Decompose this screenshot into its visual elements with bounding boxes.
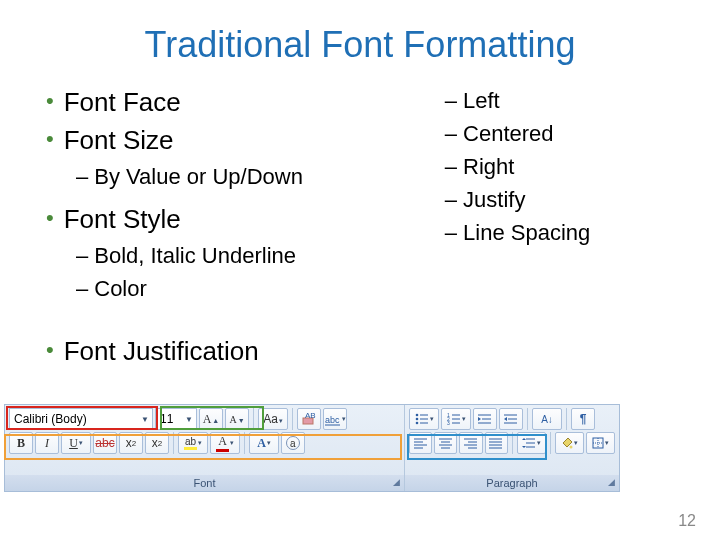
border-icon: [592, 437, 604, 449]
decrease-indent-button[interactable]: [473, 408, 497, 430]
grow-font-button[interactable]: A▲: [199, 408, 223, 430]
chevron-down-icon: ▼: [141, 415, 149, 424]
subbullet-text: Centered: [463, 119, 554, 149]
shrink-font-button[interactable]: A▼: [225, 408, 249, 430]
bullet-font-style: • Font Style: [40, 203, 399, 235]
dash-icon: –: [76, 241, 88, 271]
svg-text:abc: abc: [325, 415, 340, 425]
dash-icon: –: [445, 119, 457, 149]
underline-button[interactable]: U▾: [61, 432, 91, 454]
bullets-button[interactable]: ▾: [409, 408, 439, 430]
bullet-dot-icon: •: [46, 86, 54, 116]
svg-marker-46: [522, 446, 526, 448]
borders-button[interactable]: ▾: [586, 432, 615, 454]
circle-a-icon: a: [285, 435, 301, 451]
italic-button[interactable]: I: [35, 432, 59, 454]
subbullet-line-spacing: – Line Spacing: [445, 218, 690, 248]
svg-point-8: [415, 418, 418, 421]
justify-icon: [489, 437, 503, 449]
svg-text:AB: AB: [305, 412, 316, 420]
ribbon-image: Calibri (Body) ▼ 11 ▼ A▲ A▼ Aa▾ AB: [0, 404, 720, 492]
subbullet-left: – Left: [445, 86, 690, 116]
eraser-icon: AB: [301, 412, 317, 426]
subbullet-size: – By Value or Up/Down: [76, 162, 399, 192]
align-left-button[interactable]: [409, 432, 432, 454]
subbullet-text: Right: [463, 152, 514, 182]
font-name-combo[interactable]: Calibri (Body) ▼: [9, 408, 153, 430]
dialog-launcher-icon[interactable]: ◢: [393, 477, 400, 487]
align-center-icon: [439, 437, 453, 449]
subbullet-text: Justify: [463, 185, 525, 215]
font-size-combo[interactable]: 11 ▼: [155, 408, 197, 430]
clear-formatting-button[interactable]: AB: [297, 408, 321, 430]
ribbon-group-font: Calibri (Body) ▼ 11 ▼ A▲ A▼ Aa▾ AB: [5, 405, 405, 491]
line-spacing-icon: [522, 437, 536, 449]
increase-indent-button[interactable]: [499, 408, 523, 430]
svg-text:a: a: [290, 438, 296, 449]
bullet-text: Font Style: [64, 203, 181, 235]
superscript-button[interactable]: x2: [145, 432, 169, 454]
bold-button[interactable]: B: [9, 432, 33, 454]
change-case-button[interactable]: Aa▾: [258, 408, 288, 430]
svg-point-48: [569, 446, 572, 449]
character-border-button[interactable]: a: [281, 432, 305, 454]
numbering-button[interactable]: 123▾: [441, 408, 471, 430]
svg-point-6: [415, 414, 418, 417]
subbullet-text: Color: [94, 274, 147, 304]
svg-point-10: [415, 422, 418, 425]
dash-icon: –: [445, 86, 457, 116]
numbering-icon: 123: [447, 413, 461, 425]
align-center-button[interactable]: [434, 432, 457, 454]
align-right-icon: [464, 437, 478, 449]
column-right: – Left – Centered – Right – Justify – Li…: [399, 86, 690, 373]
line-spacing-button[interactable]: ▾: [517, 432, 546, 454]
group-label-paragraph: Paragraph ◢: [405, 475, 619, 491]
group-label-font: Font ◢: [5, 475, 404, 491]
subscript-button[interactable]: x2: [119, 432, 143, 454]
subbullet-text: Line Spacing: [463, 218, 590, 248]
spacing-icon: abc: [325, 412, 341, 426]
bullets-icon: [415, 413, 429, 425]
bullet-text: Font Justification: [64, 335, 259, 367]
text-effects-button[interactable]: A▾: [249, 432, 279, 454]
page-number: 12: [678, 512, 696, 530]
subbullet-justify: – Justify: [445, 185, 690, 215]
font-size-value: 11: [160, 412, 173, 426]
outdent-icon: [478, 413, 492, 425]
align-right-button[interactable]: [459, 432, 482, 454]
shading-button[interactable]: ▾: [555, 432, 584, 454]
align-left-icon: [414, 437, 428, 449]
subbullet-text: Left: [463, 86, 500, 116]
dash-icon: –: [76, 274, 88, 304]
bullet-font-face: • Font Face: [40, 86, 399, 118]
show-marks-button[interactable]: ¶: [571, 408, 595, 430]
highlight-color-button[interactable]: ab▾: [178, 432, 208, 454]
bullet-dot-icon: •: [46, 203, 54, 233]
ribbon-group-paragraph: ▾ 123▾ A↓ ¶: [405, 405, 619, 491]
indent-icon: [504, 413, 518, 425]
svg-marker-20: [478, 417, 481, 421]
dash-icon: –: [445, 152, 457, 182]
character-spacing-button[interactable]: abc▾: [323, 408, 347, 430]
subbullet-right: – Right: [445, 152, 690, 182]
dialog-launcher-icon[interactable]: ◢: [608, 477, 615, 487]
svg-marker-45: [522, 438, 526, 440]
subbullet-style-1: – Bold, Italic Underline: [76, 241, 399, 271]
chevron-down-icon: ▼: [185, 415, 193, 424]
font-color-button[interactable]: A▾: [210, 432, 240, 454]
svg-text:3: 3: [447, 420, 450, 425]
bullet-dot-icon: •: [46, 335, 54, 365]
column-left: • Font Face • Font Size – By Value or Up…: [40, 86, 399, 373]
font-name-value: Calibri (Body): [14, 412, 87, 426]
dash-icon: –: [76, 162, 88, 192]
subbullet-style-2: – Color: [76, 274, 399, 304]
bullet-dot-icon: •: [46, 124, 54, 154]
sort-button[interactable]: A↓: [532, 408, 562, 430]
dash-icon: –: [445, 185, 457, 215]
paint-bucket-icon: [561, 437, 573, 449]
bullet-text: Font Size: [64, 124, 174, 156]
dash-icon: –: [445, 218, 457, 248]
strikethrough-button[interactable]: abc: [93, 432, 117, 454]
justify-button[interactable]: [485, 432, 508, 454]
subbullet-text: By Value or Up/Down: [94, 162, 303, 192]
